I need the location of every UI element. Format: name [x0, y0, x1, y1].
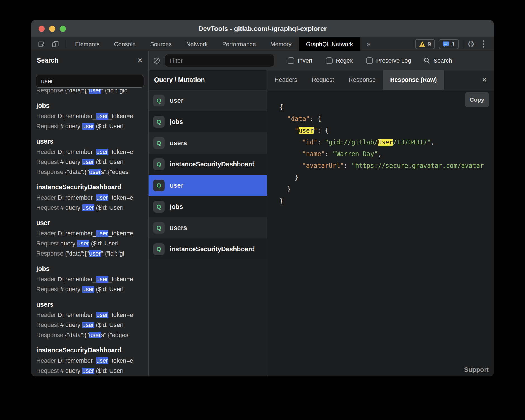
json-token: "gid://gitlab/ [325, 139, 378, 146]
query-item-label: users [170, 139, 187, 147]
search-result-text: {"data":{" [65, 332, 89, 338]
search-result-line[interactable]: Header D; remember_user_token=e [36, 310, 148, 320]
query-list-item-user[interactable]: Quser [149, 175, 267, 196]
checkbox-preserve-log[interactable] [366, 57, 373, 64]
search-result-line[interactable]: Request query user ($id: UserI [36, 238, 148, 249]
search-results-list[interactable]: Response {"data":{"user":{"id":"gidjobsH… [31, 89, 148, 376]
checkbox-invert[interactable] [288, 57, 294, 64]
json-token: } [280, 185, 291, 193]
clear-block-icon[interactable] [152, 56, 161, 65]
search-close-icon[interactable]: ✕ [137, 57, 143, 65]
search-match-highlight: user [89, 169, 101, 175]
query-list-item-instanceSecurityDashboard[interactable]: QinstanceSecurityDashboard [149, 154, 267, 175]
devtools-tab-sources[interactable]: Sources [143, 37, 179, 51]
json-token: "id" [280, 139, 317, 146]
response-tab-response[interactable]: Response [341, 70, 383, 90]
search-result-line[interactable]: Header D; remember_user_token=e [36, 274, 148, 284]
issues-count: 1 [452, 41, 455, 47]
search-result-line-label: Response [36, 250, 65, 257]
raw-json-view[interactable]: { "data": { "user": { "id": "gid://gitla… [267, 90, 494, 207]
query-list-item-jobs[interactable]: Qjobs [149, 111, 267, 132]
search-result-line[interactable]: Header D; remember_user_token=e [36, 147, 148, 157]
search-result-line[interactable]: Request # query user ($id: UserI [36, 320, 148, 330]
search-result-text: _token=e [108, 149, 133, 155]
response-tab-headers[interactable]: Headers [267, 70, 304, 90]
inspect-element-icon[interactable] [37, 40, 46, 48]
devtools-tab-network[interactable]: Network [179, 37, 215, 51]
search-match-highlight: user [77, 240, 89, 247]
search-result-line-label: Request [36, 286, 60, 293]
search-result-line[interactable]: Request # query user ($id: UserI [36, 121, 148, 131]
device-toolbar-icon[interactable] [51, 40, 60, 48]
search-result-text: s":{"edges [101, 169, 128, 175]
copy-button[interactable]: Copy [465, 92, 489, 107]
query-list: QuserQjobsQusersQinstanceSecurityDashboa… [149, 90, 267, 260]
query-item-label: jobs [170, 118, 183, 126]
search-result-text: # query [60, 204, 82, 211]
search-result-section-title: jobs [36, 100, 148, 111]
response-tab-response-raw-[interactable]: Response (Raw) [383, 70, 444, 90]
search-result-text: D; remember_ [58, 194, 96, 201]
search-result-line[interactable]: Header D; remember_user_token=e [36, 193, 148, 203]
checkbox-group-invert: Invert [288, 57, 312, 64]
json-line: "id": "gid://gitlab/User/13704317", [280, 136, 494, 148]
devtools-tab-performance[interactable]: Performance [215, 37, 263, 51]
search-result-line[interactable]: Request # query user ($id: UserI [36, 284, 148, 294]
search-result-section-title: user [36, 217, 148, 228]
devtools-tab-console[interactable]: Console [107, 37, 143, 51]
devtools-tab-memory[interactable]: Memory [263, 37, 299, 51]
query-list-item-users[interactable]: Qusers [149, 132, 267, 154]
devtools-tabs: ElementsConsoleSourcesNetworkPerformance… [68, 37, 360, 51]
query-list-item-user[interactable]: Quser [149, 90, 267, 111]
search-match-highlight: user [82, 123, 94, 130]
checkbox-label: Regex [336, 57, 353, 64]
search-result-text: D; remember_ [58, 149, 96, 155]
devtools-tab-graphql-network[interactable]: GraphQL Network [299, 37, 360, 51]
query-list-item-instanceSecurityDashboard[interactable]: QinstanceSecurityDashboard [149, 238, 267, 260]
query-type-badge: Q [153, 137, 165, 149]
json-token: "avatarUrl" [280, 162, 344, 169]
issues-badge[interactable]: 1 [439, 39, 459, 49]
search-result-line-label: Request [36, 367, 60, 374]
filter-input[interactable] [165, 54, 274, 67]
response-tabs: HeadersRequestResponseResponse (Raw)✕ [267, 70, 494, 90]
response-tab-request[interactable]: Request [304, 70, 341, 90]
search-match-highlight: user [96, 276, 108, 283]
search-result-line[interactable]: Header D; remember_user_token=e [36, 111, 148, 121]
search-result-line[interactable]: Response {"data":{"users":{"edges [36, 167, 148, 177]
query-type-badge: Q [153, 243, 165, 255]
query-item-label: user [170, 182, 183, 189]
search-result-line[interactable]: Response {"data":{"user":{"id":"gi [36, 249, 148, 259]
toolbar-search[interactable]: Search [423, 57, 452, 64]
search-result-line[interactable]: Request # query user ($id: UserI [36, 366, 148, 376]
checkbox-regex[interactable] [326, 57, 333, 64]
search-result-line[interactable]: Header D; remember_user_token=e [36, 228, 148, 238]
warnings-badge[interactable]: 9 [415, 39, 435, 49]
search-result-line[interactable]: Header D; remember_user_token=e [36, 356, 148, 366]
search-result-text: _token=e [108, 230, 133, 237]
query-list-item-users[interactable]: Qusers [149, 217, 267, 238]
search-result-line-label: Request [36, 159, 60, 165]
more-tabs-chevron[interactable]: » [360, 37, 376, 51]
support-link[interactable]: Support [464, 366, 489, 374]
json-token: { [280, 103, 283, 111]
checkbox-label: Preserve Log [376, 57, 411, 64]
json-token: " [314, 127, 318, 134]
search-result-text: _token=e [108, 357, 133, 364]
search-result-text: ($id: UserI [94, 286, 124, 293]
search-result-line[interactable]: Request # query user ($id: UserI [36, 157, 148, 167]
badge-divider [463, 40, 463, 48]
query-list-item-jobs[interactable]: Qjobs [149, 196, 267, 217]
secondary-toolbar-band: Search ✕ InvertRegexPreserve Log Search [31, 51, 494, 70]
devtools-tab-elements[interactable]: Elements [68, 37, 107, 51]
settings-gear-icon[interactable]: ⚙ [467, 40, 475, 48]
search-result-text: _token=e [108, 312, 133, 318]
query-item-label: instanceSecurityDashboard [170, 161, 255, 168]
search-result-line[interactable]: Response {"data":{"user":{"id":"gid [36, 89, 148, 96]
search-input[interactable] [36, 75, 144, 88]
search-result-line[interactable]: Request # query user ($id: UserI [36, 203, 148, 213]
json-token: : [344, 162, 351, 169]
response-panel-close-icon[interactable]: ✕ [482, 70, 494, 90]
more-options-kebab-icon[interactable] [479, 40, 488, 48]
search-result-line[interactable]: Response {"data":{"users":{"edges [36, 330, 148, 340]
